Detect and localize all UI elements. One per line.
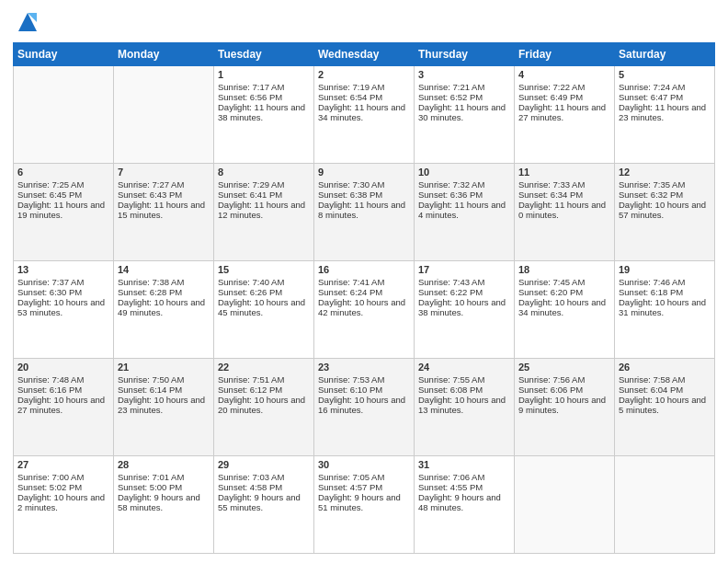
day-number: 15	[218, 264, 310, 275]
day-number: 29	[218, 459, 310, 470]
day-info: Daylight: 11 hours and 8 minutes.	[318, 200, 410, 220]
day-info: Daylight: 9 hours and 51 minutes.	[318, 492, 410, 512]
day-info: Sunset: 6:08 PM	[418, 385, 510, 395]
day-info: Sunrise: 7:06 AM	[418, 472, 510, 482]
day-cell: 18Sunrise: 7:45 AMSunset: 6:20 PMDayligh…	[515, 261, 615, 359]
weekday-tuesday: Tuesday	[214, 43, 314, 66]
day-number: 25	[518, 362, 610, 373]
day-info: Sunrise: 7:17 AM	[218, 82, 310, 92]
weekday-sunday: Sunday	[14, 43, 114, 66]
day-info: Daylight: 11 hours and 34 minutes.	[318, 102, 410, 122]
day-cell: 19Sunrise: 7:46 AMSunset: 6:18 PMDayligh…	[615, 261, 715, 359]
day-info: Daylight: 10 hours and 49 minutes.	[118, 297, 210, 317]
day-info: Sunrise: 7:38 AM	[118, 277, 210, 287]
day-number: 30	[318, 459, 410, 470]
day-info: Sunrise: 7:19 AM	[318, 82, 410, 92]
day-info: Sunset: 6:54 PM	[318, 92, 410, 102]
day-cell: 21Sunrise: 7:50 AMSunset: 6:14 PMDayligh…	[114, 359, 214, 456]
day-info: Daylight: 11 hours and 23 minutes.	[619, 102, 711, 122]
day-number: 19	[619, 264, 711, 275]
day-number: 3	[418, 69, 510, 80]
day-info: Sunset: 4:57 PM	[318, 482, 410, 492]
day-info: Sunset: 6:38 PM	[318, 190, 410, 200]
day-cell: 1Sunrise: 7:17 AMSunset: 6:56 PMDaylight…	[214, 66, 314, 164]
day-info: Sunset: 6:32 PM	[619, 190, 711, 200]
day-info: Sunrise: 7:35 AM	[619, 179, 711, 190]
day-number: 20	[17, 362, 109, 373]
weekday-header-row: SundayMondayTuesdayWednesdayThursdayFrid…	[14, 43, 715, 66]
day-cell: 28Sunrise: 7:01 AMSunset: 5:00 PMDayligh…	[114, 456, 214, 554]
day-info: Sunset: 6:36 PM	[418, 190, 510, 200]
day-info: Sunset: 4:58 PM	[218, 482, 310, 492]
header	[13, 9, 715, 35]
day-info: Sunrise: 7:37 AM	[17, 277, 109, 287]
day-cell	[615, 456, 715, 554]
day-info: Sunrise: 7:00 AM	[17, 472, 109, 482]
day-info: Sunrise: 7:24 AM	[619, 82, 711, 92]
day-info: Sunset: 6:04 PM	[619, 385, 711, 395]
week-row-3: 13Sunrise: 7:37 AMSunset: 6:30 PMDayligh…	[14, 261, 715, 359]
day-number: 13	[17, 264, 109, 275]
day-cell: 23Sunrise: 7:53 AMSunset: 6:10 PMDayligh…	[314, 359, 415, 456]
day-info: Daylight: 11 hours and 30 minutes.	[418, 102, 510, 122]
day-info: Sunrise: 7:27 AM	[118, 179, 210, 190]
day-info: Daylight: 10 hours and 38 minutes.	[418, 297, 510, 317]
day-cell: 8Sunrise: 7:29 AMSunset: 6:41 PMDaylight…	[214, 164, 314, 261]
day-info: Sunrise: 7:53 AM	[318, 374, 410, 385]
day-info: Sunrise: 7:29 AM	[218, 179, 310, 190]
logo-icon	[15, 9, 40, 35]
day-info: Sunrise: 7:55 AM	[418, 374, 510, 385]
day-number: 5	[619, 69, 711, 80]
day-info: Sunrise: 7:33 AM	[518, 179, 610, 190]
day-number: 6	[17, 167, 109, 178]
day-number: 7	[118, 167, 210, 178]
day-cell	[114, 66, 214, 164]
day-info: Sunrise: 7:48 AM	[17, 374, 109, 385]
day-number: 28	[118, 459, 210, 470]
day-number: 31	[418, 459, 510, 470]
day-cell: 3Sunrise: 7:21 AMSunset: 6:52 PMDaylight…	[415, 66, 515, 164]
day-info: Sunset: 6:30 PM	[17, 287, 109, 297]
page: SundayMondayTuesdayWednesdayThursdayFrid…	[0, 0, 728, 563]
day-info: Daylight: 10 hours and 5 minutes.	[619, 395, 711, 415]
day-info: Sunset: 6:47 PM	[619, 92, 711, 102]
day-number: 1	[218, 69, 310, 80]
day-info: Daylight: 10 hours and 57 minutes.	[619, 200, 711, 220]
day-info: Sunset: 6:52 PM	[418, 92, 510, 102]
day-info: Daylight: 10 hours and 13 minutes.	[418, 395, 510, 415]
day-info: Sunrise: 7:21 AM	[418, 82, 510, 92]
day-cell: 5Sunrise: 7:24 AMSunset: 6:47 PMDaylight…	[615, 66, 715, 164]
day-cell: 2Sunrise: 7:19 AMSunset: 6:54 PMDaylight…	[314, 66, 415, 164]
day-info: Daylight: 11 hours and 0 minutes.	[518, 200, 610, 220]
day-info: Sunrise: 7:01 AM	[118, 472, 210, 482]
day-info: Daylight: 10 hours and 45 minutes.	[218, 297, 310, 317]
day-info: Sunset: 6:49 PM	[518, 92, 610, 102]
day-number: 24	[418, 362, 510, 373]
day-cell: 6Sunrise: 7:25 AMSunset: 6:45 PMDaylight…	[14, 164, 114, 261]
day-info: Sunset: 6:14 PM	[118, 385, 210, 395]
day-cell: 13Sunrise: 7:37 AMSunset: 6:30 PMDayligh…	[14, 261, 114, 359]
day-info: Daylight: 10 hours and 9 minutes.	[518, 395, 610, 415]
day-number: 23	[318, 362, 410, 373]
day-info: Daylight: 11 hours and 4 minutes.	[418, 200, 510, 220]
day-info: Sunset: 6:43 PM	[118, 190, 210, 200]
week-row-5: 27Sunrise: 7:00 AMSunset: 5:02 PMDayligh…	[14, 456, 715, 554]
day-info: Daylight: 10 hours and 53 minutes.	[17, 297, 109, 317]
day-number: 26	[619, 362, 711, 373]
day-number: 9	[318, 167, 410, 178]
day-number: 10	[418, 167, 510, 178]
day-number: 18	[518, 264, 610, 275]
day-info: Sunrise: 7:22 AM	[518, 82, 610, 92]
day-info: Daylight: 10 hours and 20 minutes.	[218, 395, 310, 415]
day-cell: 10Sunrise: 7:32 AMSunset: 6:36 PMDayligh…	[415, 164, 515, 261]
day-number: 21	[118, 362, 210, 373]
day-cell: 9Sunrise: 7:30 AMSunset: 6:38 PMDaylight…	[314, 164, 415, 261]
day-info: Sunset: 6:18 PM	[619, 287, 711, 297]
day-number: 16	[318, 264, 410, 275]
week-row-1: 1Sunrise: 7:17 AMSunset: 6:56 PMDaylight…	[14, 66, 715, 164]
day-cell: 26Sunrise: 7:58 AMSunset: 6:04 PMDayligh…	[615, 359, 715, 456]
day-info: Sunrise: 7:03 AM	[218, 472, 310, 482]
day-info: Sunset: 6:12 PM	[218, 385, 310, 395]
day-cell: 11Sunrise: 7:33 AMSunset: 6:34 PMDayligh…	[515, 164, 615, 261]
day-info: Daylight: 10 hours and 27 minutes.	[17, 395, 109, 415]
